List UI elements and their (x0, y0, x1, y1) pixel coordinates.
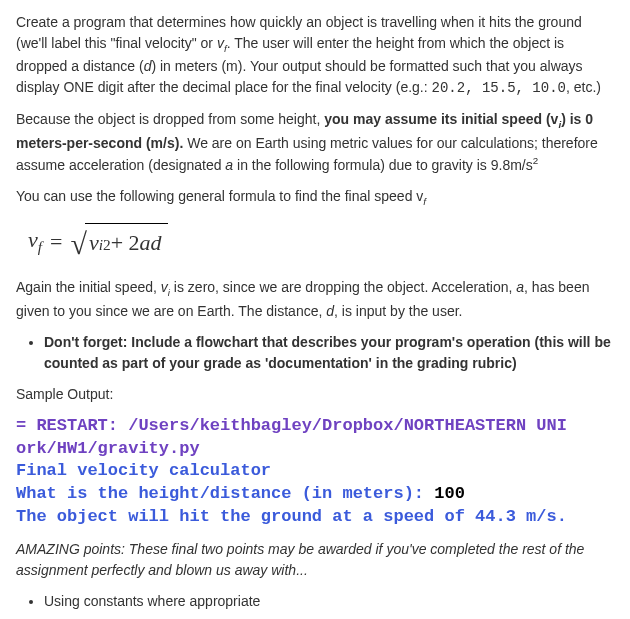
text: in the following formula) due to gravity… (233, 157, 533, 173)
text: , is input by the user. (334, 303, 462, 319)
code-sample-values: 20.2, 15.5, 10.0 (432, 80, 566, 96)
output-line: = RESTART: /Users/keithbagley/Dropbox/NO… (16, 416, 567, 435)
paragraph-formula-intro: You can use the following general formul… (16, 186, 614, 209)
radicand: vi2 + 2ad (85, 223, 168, 259)
square-root: √ vi2 + 2ad (70, 223, 167, 259)
text: = (16, 416, 36, 435)
user-input: 100 (434, 484, 465, 503)
sample-output-block: = RESTART: /Users/keithbagley/Dropbox/NO… (16, 415, 614, 530)
text: you may assume its initial speed (v (324, 111, 558, 127)
text: Again the initial speed, (16, 279, 161, 295)
var-vi: v (161, 279, 168, 295)
text-bold: Don't forget: Include a flowchart that d… (44, 334, 611, 371)
var-a: a (140, 226, 151, 259)
paragraph-intro: Create a program that determines how qui… (16, 12, 614, 99)
output-line: The object will hit the ground at a spee… (16, 507, 567, 526)
var-vf-sub: f (423, 195, 426, 206)
formula-final-velocity: vf = √ vi2 + 2ad (28, 223, 614, 259)
output-line: What is the height/distance (in meters):… (16, 484, 465, 503)
sup-2: 2 (103, 233, 111, 256)
var-d: d (151, 226, 162, 259)
equals-sign: = (50, 225, 62, 258)
text: + 2 (111, 226, 140, 259)
sup-2: 2 (533, 155, 538, 166)
prompt-text: What is the height/distance (in meters): (16, 484, 434, 503)
var-a: a (225, 157, 233, 173)
sample-output-label: Sample Output: (16, 384, 614, 405)
var-d: d (326, 303, 334, 319)
amazing-points-intro: AMAZING points: These final two points m… (16, 539, 614, 581)
formula-lhs: vf (28, 223, 42, 259)
paragraph-assumptions: Because the object is dropped from some … (16, 109, 614, 175)
text: You can use the following general formul… (16, 188, 423, 204)
text: RESTART: /Users/keithbagley/Dropbox/NORT… (36, 416, 567, 435)
text: Because the object is dropped from some … (16, 111, 324, 127)
output-line: ork/HW1/gravity.py (16, 439, 200, 458)
var-a: a (516, 279, 524, 295)
paragraph-explain-vars: Again the initial speed, vi is zero, sin… (16, 277, 614, 321)
list-item: Using constants where appropriate (44, 591, 614, 612)
sub-f: f (38, 239, 42, 256)
var-v: v (89, 226, 99, 259)
var-v: v (28, 227, 38, 252)
var-vf: v (217, 35, 224, 51)
bullet-list-amazing: Using constants where appropriate Using … (16, 591, 614, 619)
bullet-list-reminder: Don't forget: Include a flowchart that d… (16, 332, 614, 374)
text: is zero, since we are dropping the objec… (170, 279, 516, 295)
list-item: Don't forget: Include a flowchart that d… (44, 332, 614, 374)
output-line: Final velocity calculator (16, 461, 271, 480)
text: , etc.) (566, 79, 601, 95)
